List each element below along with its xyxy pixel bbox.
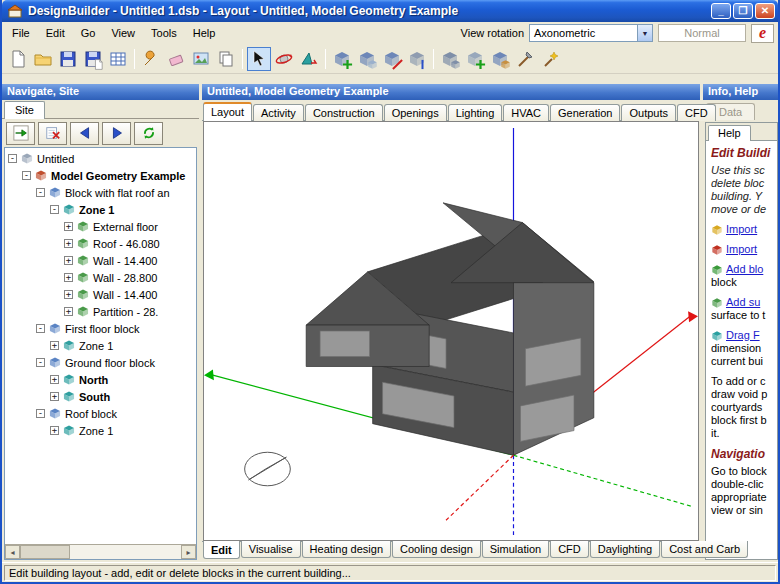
- orbit-view-icon[interactable]: [272, 47, 296, 71]
- tree-expander[interactable]: +: [64, 239, 73, 248]
- tab-hvac[interactable]: HVAC: [503, 104, 549, 121]
- tab-cost-carbon[interactable]: Cost and Carb: [661, 541, 748, 558]
- data-grid-icon[interactable]: [106, 47, 130, 71]
- tree-expander[interactable]: +: [64, 290, 73, 299]
- tree-node[interactable]: -Untitled: [5, 150, 196, 167]
- close-button[interactable]: ✕: [755, 3, 775, 19]
- render-mode-select[interactable]: Normal: [658, 24, 746, 42]
- tree-node[interactable]: -Block with flat roof an: [5, 184, 196, 201]
- add-block-link[interactable]: Add blo: [711, 263, 777, 276]
- tree-node[interactable]: +Roof - 46.080: [5, 235, 196, 252]
- drag-face-link[interactable]: Drag F: [711, 329, 777, 342]
- chevron-down-icon[interactable]: ▼: [637, 25, 652, 41]
- new-file-icon[interactable]: [6, 47, 30, 71]
- block-tools-2-icon[interactable]: [463, 47, 487, 71]
- tree-expander[interactable]: -: [36, 324, 45, 333]
- tree-node[interactable]: -First floor block: [5, 320, 196, 337]
- tab-heating-design[interactable]: Heating design: [302, 541, 391, 558]
- tab-cfd[interactable]: CFD: [677, 104, 716, 121]
- minimize-button[interactable]: _: [711, 3, 731, 19]
- tree-node[interactable]: +Wall - 14.400: [5, 252, 196, 269]
- block-tools-3-icon[interactable]: [488, 47, 512, 71]
- scroll-left-icon[interactable]: ◂: [5, 545, 20, 559]
- refresh-icon[interactable]: [134, 122, 163, 145]
- tree-expander[interactable]: +: [64, 307, 73, 316]
- delete-model-icon[interactable]: [38, 122, 67, 145]
- tree-expander[interactable]: -: [8, 154, 17, 163]
- select-pointer-icon[interactable]: [247, 47, 271, 71]
- tree-expander[interactable]: +: [64, 256, 73, 265]
- model-viewport[interactable]: [203, 121, 699, 541]
- import-link[interactable]: Import: [711, 223, 777, 236]
- tree-node[interactable]: -Ground floor block: [5, 354, 196, 371]
- tree-expander[interactable]: -: [36, 358, 45, 367]
- scrollbar-thumb[interactable]: [20, 545, 70, 559]
- tree-expander[interactable]: -: [50, 205, 59, 214]
- scroll-right-icon[interactable]: ▸: [181, 545, 196, 559]
- menu-edit[interactable]: Edit: [38, 24, 73, 42]
- menu-view[interactable]: View: [103, 24, 143, 42]
- tree-node[interactable]: +Zone 1: [5, 422, 196, 439]
- import-link-2[interactable]: Import: [711, 243, 777, 256]
- orientation-tool-icon[interactable]: [297, 47, 321, 71]
- save-as-icon[interactable]: [81, 47, 105, 71]
- wand-tool-icon[interactable]: [538, 47, 562, 71]
- eraser-tool-icon[interactable]: [164, 47, 188, 71]
- tree-node[interactable]: -Roof block: [5, 405, 196, 422]
- add-block-icon[interactable]: [330, 47, 354, 71]
- copy-icon[interactable]: [214, 47, 238, 71]
- tab-cooling-design[interactable]: Cooling design: [392, 541, 481, 558]
- tree-node[interactable]: +Zone 1: [5, 337, 196, 354]
- tab-daylighting[interactable]: Daylighting: [590, 541, 660, 558]
- tab-help[interactable]: Help: [708, 125, 751, 141]
- image-export-icon[interactable]: [189, 47, 213, 71]
- tab-site[interactable]: Site: [4, 101, 45, 119]
- tree-horizontal-scrollbar[interactable]: ◂ ▸: [5, 544, 196, 559]
- import-model-icon[interactable]: [6, 122, 35, 145]
- tab-layout[interactable]: Layout: [203, 102, 252, 121]
- tree-expander[interactable]: -: [36, 409, 45, 418]
- tab-cfd-bottom[interactable]: CFD: [550, 541, 589, 558]
- tab-lighting[interactable]: Lighting: [448, 104, 503, 121]
- forward-icon[interactable]: [102, 122, 131, 145]
- menu-go[interactable]: Go: [73, 24, 104, 42]
- tree-expander[interactable]: -: [36, 188, 45, 197]
- tree-node[interactable]: +North: [5, 371, 196, 388]
- designbuilder-logo[interactable]: e: [751, 24, 774, 43]
- tree-expander[interactable]: +: [64, 222, 73, 231]
- block-tools-1-icon[interactable]: [438, 47, 462, 71]
- tab-activity[interactable]: Activity: [253, 104, 304, 121]
- menu-help[interactable]: Help: [185, 24, 224, 42]
- tree-node[interactable]: -Zone 1: [5, 201, 196, 218]
- tree-expander[interactable]: -: [22, 171, 31, 180]
- wrench-tool-icon[interactable]: [139, 47, 163, 71]
- tab-edit[interactable]: Edit: [203, 541, 240, 559]
- save-file-icon[interactable]: [56, 47, 80, 71]
- clone-block-icon[interactable]: [355, 47, 379, 71]
- tree-node[interactable]: +Partition - 28.: [5, 303, 196, 320]
- open-file-icon[interactable]: [31, 47, 55, 71]
- view-rotation-select[interactable]: Axonometric ▼: [529, 24, 653, 42]
- menu-tools[interactable]: Tools: [143, 24, 185, 42]
- tree-node[interactable]: +Wall - 14.400: [5, 286, 196, 303]
- tab-outputs[interactable]: Outputs: [621, 104, 676, 121]
- tab-generation[interactable]: Generation: [550, 104, 620, 121]
- add-surface-link[interactable]: Add su: [711, 296, 777, 309]
- measure-tool-icon[interactable]: [513, 47, 537, 71]
- tree-expander[interactable]: +: [64, 273, 73, 282]
- cut-block-icon[interactable]: [380, 47, 404, 71]
- tree-expander[interactable]: +: [50, 341, 59, 350]
- maximize-button[interactable]: ❐: [733, 3, 753, 19]
- tab-construction[interactable]: Construction: [305, 104, 383, 121]
- tab-simulation[interactable]: Simulation: [482, 541, 549, 558]
- tree-node[interactable]: +South: [5, 388, 196, 405]
- tree-node[interactable]: +External floor: [5, 218, 196, 235]
- menu-file[interactable]: File: [4, 24, 38, 42]
- tree-node[interactable]: -Model Geometry Example: [5, 167, 196, 184]
- tree-expander[interactable]: +: [50, 392, 59, 401]
- tree-expander[interactable]: +: [50, 426, 59, 435]
- tab-openings[interactable]: Openings: [384, 104, 447, 121]
- tree-node[interactable]: +Wall - 28.800: [5, 269, 196, 286]
- tree-expander[interactable]: +: [50, 375, 59, 384]
- tab-visualise[interactable]: Visualise: [241, 541, 301, 558]
